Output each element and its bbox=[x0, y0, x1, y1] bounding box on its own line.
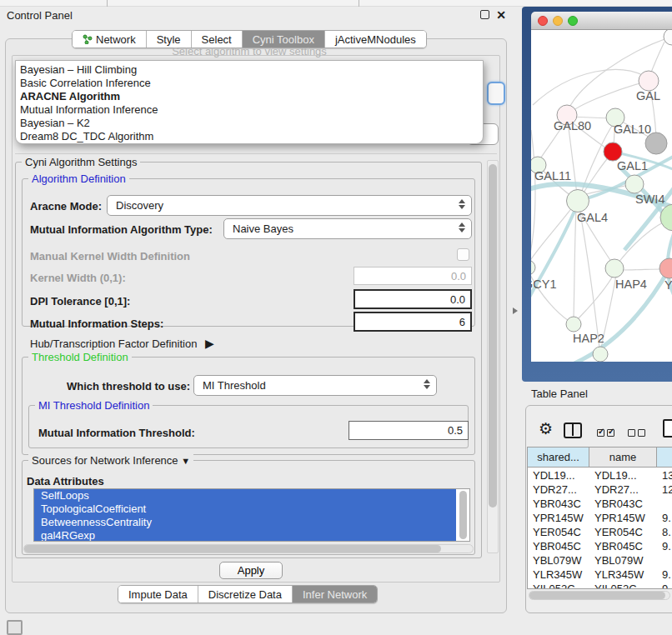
table-cell: YER054C bbox=[533, 525, 588, 539]
table-cell: 9. bbox=[662, 511, 672, 525]
scrollbar-thumb[interactable] bbox=[24, 545, 441, 552]
tab-label: jActiveMNodules bbox=[335, 33, 416, 46]
sources-legend-label: Sources for Network Inference bbox=[32, 454, 178, 467]
kernel-width-input[interactable] bbox=[354, 267, 472, 285]
network-node[interactable] bbox=[605, 259, 624, 278]
network-node-label: GAL bbox=[636, 89, 660, 102]
algorithm-option[interactable]: Dream8 DC_TDC Algorithm bbox=[16, 130, 483, 143]
network-node[interactable] bbox=[566, 317, 581, 332]
algorithm-option[interactable]: Mutual Information Inference bbox=[16, 103, 483, 117]
table-row[interactable]: YDL19...YDL19...13 bbox=[528, 468, 672, 482]
column-header[interactable]: name bbox=[589, 448, 657, 468]
new-table-icon[interactable] bbox=[663, 419, 672, 438]
close-window-icon[interactable] bbox=[538, 16, 548, 26]
data-attribute-item[interactable]: gal4RGexp bbox=[34, 529, 456, 542]
minimize-window-icon[interactable] bbox=[553, 16, 563, 26]
apply-button[interactable]: Apply bbox=[219, 562, 283, 579]
sources-legend[interactable]: Sources for Network Inference ▼ bbox=[28, 454, 193, 467]
manual-kernel-width-checkbox[interactable] bbox=[457, 248, 469, 261]
mi-threshold-input[interactable] bbox=[349, 421, 469, 440]
table-row[interactable]: YBL079WYBL079W bbox=[528, 553, 672, 568]
network-edge[interactable] bbox=[574, 208, 576, 318]
network-node-label: Y bbox=[664, 278, 672, 292]
table-row[interactable]: YBR045CYBR045C9. bbox=[528, 539, 672, 553]
table-cell: YBL079W bbox=[594, 553, 655, 568]
dpi-tolerance-input[interactable] bbox=[354, 289, 472, 309]
table-cell: YBL079W bbox=[533, 553, 588, 568]
network-node[interactable] bbox=[664, 30, 672, 45]
node-attribute-table[interactable]: shared...nameYDL19...YDL19...13YDR27...Y… bbox=[527, 447, 672, 589]
list-vertical-scrollbar[interactable] bbox=[459, 491, 467, 539]
focused-stepper-fragment[interactable] bbox=[487, 82, 505, 105]
network-node[interactable] bbox=[531, 260, 535, 275]
algorithm-option[interactable]: Bayesian – K2 bbox=[16, 117, 483, 130]
algorithm-option[interactable]: ARACNE Algorithm bbox=[16, 90, 483, 103]
table-row[interactable]: YDR27...YDR27...12 bbox=[528, 482, 672, 497]
table-row[interactable]: YPR145WYPR145W9. bbox=[528, 511, 672, 525]
dpi-tolerance-label: DPI Tolerance [0,1]: bbox=[30, 295, 130, 308]
table-settings-gear-icon[interactable]: ⚙ bbox=[539, 419, 553, 438]
hub-tf-definition-toggle[interactable]: Hub/Transcription Factor Definition ▶ bbox=[30, 337, 214, 350]
stepper-icon bbox=[459, 222, 465, 232]
close-panel-icon[interactable]: ✕ bbox=[496, 10, 506, 20]
deselect-all-rows-icon[interactable] bbox=[628, 427, 648, 439]
network-window-titlebar[interactable] bbox=[531, 12, 672, 30]
network-node[interactable] bbox=[660, 204, 672, 231]
network-node[interactable] bbox=[659, 258, 672, 278]
table-cell: YDR27... bbox=[533, 482, 588, 497]
network-node[interactable] bbox=[604, 142, 622, 161]
algorithm-option[interactable]: Bayesian – Hill Climbing bbox=[16, 63, 483, 77]
table-row[interactable]: YLR345WYLR345W9. bbox=[528, 568, 672, 582]
hub-tf-definition-label: Hub/Transcription Factor Definition bbox=[30, 338, 197, 350]
table-row[interactable]: YIL052CYIL052C9 bbox=[528, 582, 672, 589]
scrollbar-thumb[interactable] bbox=[489, 164, 497, 508]
network-canvas[interactable]: GALGAL80GAL10GAL1GAL11SWI4GAL4GCY1HAP4YH… bbox=[531, 30, 672, 362]
network-edge[interactable] bbox=[621, 269, 661, 270]
table-cell: 8. bbox=[662, 525, 672, 539]
column-layout-icon[interactable] bbox=[564, 422, 582, 438]
network-node[interactable] bbox=[625, 175, 644, 193]
algorithm-combo-prompt[interactable]: Select algorithm to view settings bbox=[15, 45, 484, 58]
network-edge-highlighted[interactable] bbox=[531, 203, 578, 307]
mi-steps-input[interactable] bbox=[354, 312, 472, 332]
network-node-label: GAL11 bbox=[534, 169, 571, 182]
mi-threshold-legend: MI Threshold Definition bbox=[35, 399, 153, 412]
table-cell: 9. bbox=[662, 539, 672, 553]
table-cell: YBR045C bbox=[594, 539, 655, 553]
network-edge[interactable] bbox=[531, 130, 535, 261]
data-attribute-item[interactable]: BetweennessCentrality bbox=[34, 516, 456, 529]
network-node[interactable] bbox=[567, 190, 589, 212]
scrollbar-thumb[interactable] bbox=[529, 592, 665, 599]
data-attributes-list[interactable]: SelfLoopsTopologicalCoefficientBetweenne… bbox=[33, 488, 470, 542]
select-all-rows-icon[interactable] bbox=[597, 427, 617, 439]
column-header[interactable]: shared... bbox=[528, 448, 589, 468]
tab-discretize-data[interactable]: Discretize Data bbox=[198, 586, 293, 602]
table-horizontal-scrollbar[interactable] bbox=[529, 591, 670, 600]
table-row[interactable]: YER054CYER054C8. bbox=[528, 525, 672, 539]
kernel-width-label: Kernel Width (0,1): bbox=[30, 272, 126, 284]
network-node[interactable] bbox=[639, 71, 659, 91]
data-attribute-item[interactable]: TopologicalCoefficient bbox=[34, 502, 456, 516]
zoom-window-icon[interactable] bbox=[568, 16, 578, 26]
which-threshold-value: MI Threshold bbox=[203, 379, 266, 392]
float-panel-icon[interactable] bbox=[480, 10, 489, 19]
table-cell: YER054C bbox=[594, 525, 655, 539]
column-header[interactable] bbox=[657, 448, 672, 468]
tab-impute-data[interactable]: Impute Data bbox=[118, 586, 198, 602]
algorithm-option[interactable]: Basic Correlation Inference bbox=[16, 77, 483, 90]
network-icon bbox=[83, 34, 93, 44]
aracne-mode-combo[interactable]: Discovery bbox=[107, 195, 472, 216]
table-row[interactable]: YBR043CYBR043C bbox=[528, 497, 672, 511]
list-horizontal-scrollbar[interactable] bbox=[23, 544, 474, 553]
data-attribute-item[interactable]: SelfLoops bbox=[34, 489, 456, 502]
network-node[interactable] bbox=[593, 347, 608, 362]
network-edge[interactable] bbox=[568, 122, 578, 201]
splitter-handle-icon[interactable] bbox=[513, 308, 518, 314]
network-edge[interactable] bbox=[579, 208, 599, 348]
mi-algorithm-type-combo[interactable]: Naive Bayes bbox=[223, 218, 472, 239]
tab-infer-network[interactable]: Infer Network bbox=[293, 586, 377, 602]
table-cell: YLR345W bbox=[594, 568, 655, 582]
collapsed-panel-icon[interactable] bbox=[7, 620, 23, 635]
which-threshold-combo[interactable]: MI Threshold bbox=[193, 375, 437, 396]
settings-scrollbar[interactable] bbox=[487, 160, 499, 553]
